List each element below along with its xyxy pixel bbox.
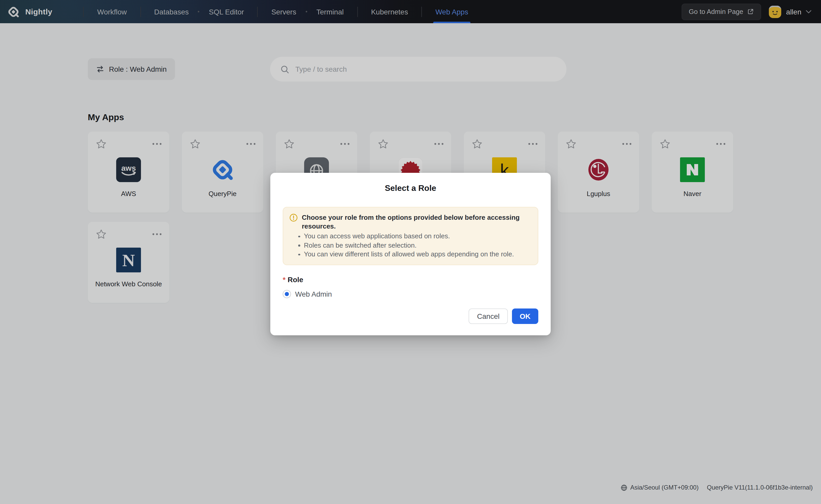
role-option-label: Web Admin <box>295 290 332 298</box>
role-field: * Role Web Admin <box>283 275 538 298</box>
web-apps-page: Nightly Workflow Databases SQL Editor Se… <box>0 0 821 504</box>
radio-selected[interactable] <box>283 290 291 298</box>
modal-title: Select a Role <box>283 183 538 193</box>
ok-button[interactable]: OK <box>512 308 538 324</box>
warning-icon <box>290 213 298 222</box>
select-role-modal: Select a Role Choose your role from the … <box>270 173 551 335</box>
info-alert: Choose your role from the options provid… <box>283 207 538 265</box>
modal-actions: Cancel OK <box>283 308 538 324</box>
alert-bullet: You can access web applications based on… <box>304 232 530 241</box>
role-option-web-admin[interactable]: Web Admin <box>283 290 538 298</box>
alert-bullet: Roles can be switched after selection. <box>304 241 530 250</box>
alert-bullet-list: You can access web applications based on… <box>290 232 530 259</box>
alert-bullet: You can view different lists of allowed … <box>304 250 530 259</box>
cancel-button[interactable]: Cancel <box>469 308 508 324</box>
required-mark: * <box>283 275 286 283</box>
alert-message: Choose your role from the options provid… <box>302 213 530 231</box>
role-field-label: Role <box>288 275 303 283</box>
